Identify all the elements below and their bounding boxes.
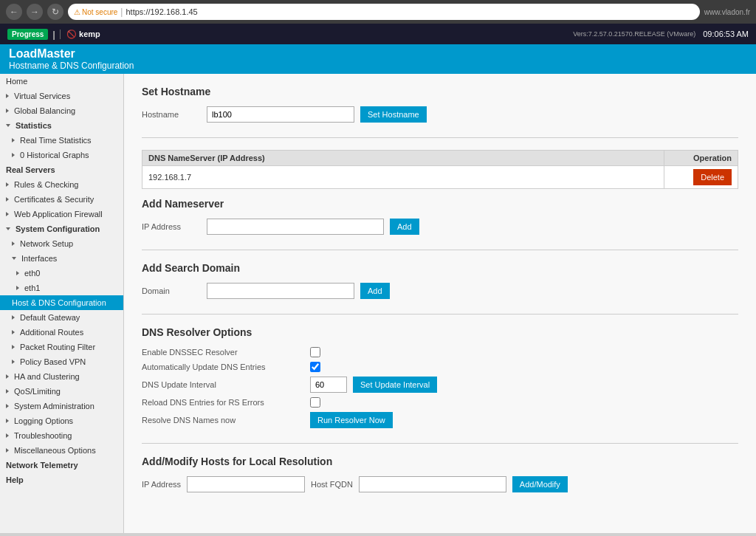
sidebar-item-historical-graphs[interactable]: 0 Historical Graphs — [0, 148, 123, 162]
kemp-brand: 🚫 kemp — [60, 30, 100, 39]
add-nameserver-title: Add Nameserver — [142, 198, 738, 210]
add-domain-button[interactable]: Add — [360, 283, 390, 299]
arrow-icon — [6, 197, 9, 202]
domain-label: Domain — [142, 286, 201, 295]
arrow-icon — [6, 124, 10, 127]
sidebar-item-home[interactable]: Home — [0, 74, 123, 89]
forward-button[interactable]: → — [27, 4, 43, 20]
brand-area: Progress | 🚫 kemp — [7, 29, 100, 40]
sidebar-item-real-servers[interactable]: Real Servers — [0, 162, 123, 177]
security-indicator: ⚠ Not secure — [74, 8, 117, 16]
enable-dnssec-row: Enable DNSSEC Resolver — [142, 347, 738, 357]
arrow-icon — [12, 330, 15, 334]
sidebar-item-interfaces[interactable]: Interfaces — [0, 251, 123, 266]
arrow-icon — [12, 138, 15, 142]
sidebar-item-system-configuration[interactable]: System Configuration — [0, 221, 123, 236]
sidebar-item-ha-clustering[interactable]: HA and Clustering — [0, 369, 123, 384]
sidebar-item-virtual-services[interactable]: Virtual Services — [0, 89, 123, 103]
sidebar-item-additional-routes[interactable]: Additional Routes — [0, 325, 123, 340]
arrow-icon — [16, 286, 19, 290]
hosts-ip-input[interactable] — [187, 476, 305, 492]
sidebar-item-system-administration[interactable]: System Administration — [0, 399, 123, 413]
sidebar-item-rules-checking[interactable]: Rules & Checking — [0, 177, 123, 192]
dns-resolver-section: DNS Resolver Options Enable DNSSEC Resol… — [142, 326, 738, 428]
sidebar-item-statistics[interactable]: Statistics — [0, 118, 123, 133]
divider-3 — [142, 314, 738, 315]
reload-dns-checkbox[interactable] — [310, 397, 320, 408]
dns-nameserver-section: DNS NameServer (IP Address) Operation 19… — [142, 150, 738, 235]
sidebar-item-network-setup[interactable]: Network Setup — [0, 236, 123, 251]
run-resolver-button[interactable]: Run Resolver Now — [310, 412, 393, 428]
hostname-input[interactable] — [207, 106, 354, 123]
set-hostname-button[interactable]: Set Hostname — [360, 106, 427, 123]
divider-1 — [142, 137, 738, 138]
sidebar-item-global-balancing[interactable]: Global Balancing — [0, 103, 123, 118]
add-search-domain-title: Add Search Domain — [142, 262, 738, 274]
search-domain-row: Domain Add — [142, 283, 738, 299]
dns-ip-cell: 192.168.1.7 — [142, 166, 664, 189]
host-fqdn-input[interactable] — [359, 476, 506, 492]
arrow-icon — [6, 374, 9, 379]
brand-logo: Progress | 🚫 kemp — [7, 29, 100, 40]
search-domain-input[interactable] — [207, 283, 354, 299]
add-nameserver-button[interactable]: Add — [390, 219, 419, 235]
sidebar-item-real-time-statistics[interactable]: Real Time Statistics — [0, 133, 123, 148]
add-hosts-section: Add/Modify Hosts for Local Resolution IP… — [142, 456, 738, 492]
sidebar-item-policy-based-vpn[interactable]: Policy Based VPN — [0, 354, 123, 369]
sidebar-item-logging-options[interactable]: Logging Options — [0, 413, 123, 428]
operation-col-header: Operation — [664, 151, 738, 166]
arrow-icon — [12, 241, 15, 246]
warning-icon: ⚠ — [74, 8, 80, 16]
add-modify-button[interactable]: Add/Modify — [512, 476, 568, 492]
reload-dns-row: Reload DNS Entries for RS Errors — [142, 397, 738, 408]
top-banner: Progress | 🚫 kemp Vers:7.2.57.0.21570.RE… — [0, 24, 756, 44]
top-right-info: Vers:7.2.57.0.21570.RELEASE (VMware) 09:… — [573, 30, 749, 38]
resolve-dns-row: Resolve DNS Names now Run Resolver Now — [142, 412, 738, 428]
add-hosts-title: Add/Modify Hosts for Local Resolution — [142, 456, 738, 467]
resolve-dns-label: Resolve DNS Names now — [142, 416, 304, 425]
set-hostname-title: Set Hostname — [142, 86, 738, 97]
browser-chrome: ← → ↻ ⚠ Not secure | https://192.168.1.4… — [0, 0, 756, 24]
progress-brand: Progress — [7, 29, 48, 40]
set-update-interval-button[interactable]: Set Update Interval — [353, 377, 437, 393]
set-hostname-section: Set Hostname Hostname Set Hostname — [142, 86, 738, 123]
sidebar-item-troubleshooting[interactable]: Troubleshooting — [0, 428, 123, 443]
sidebar-item-network-telemetry[interactable]: Network Telemetry — [0, 458, 123, 473]
arrow-icon — [6, 389, 9, 394]
enable-dnssec-checkbox[interactable] — [310, 347, 320, 357]
sidebar-item-packet-routing[interactable]: Packet Routing Filter — [0, 340, 123, 354]
sidebar-item-certificates-security[interactable]: Certificates & Security — [0, 192, 123, 207]
dns-update-interval-input[interactable] — [310, 377, 347, 393]
add-nameserver-row: IP Address Add — [142, 219, 738, 235]
sidebar-item-web-application-firewall[interactable]: Web Application Firewall — [0, 207, 123, 221]
sidebar-item-help[interactable]: Help — [0, 473, 123, 487]
auto-update-dns-checkbox[interactable] — [310, 362, 320, 372]
main-content: Set Hostname Hostname Set Hostname DNS N… — [124, 74, 756, 533]
add-hosts-row: IP Address Host FQDN Add/Modify — [142, 476, 738, 492]
search-domain-section: Add Search Domain Domain Add — [142, 262, 738, 299]
refresh-button[interactable]: ↻ — [47, 4, 63, 20]
delete-button[interactable]: Delete — [693, 169, 732, 185]
arrow-icon — [6, 433, 9, 438]
divider-4 — [142, 443, 738, 444]
arrow-icon — [6, 94, 9, 98]
arrow-icon — [12, 315, 15, 320]
sidebar-item-miscellaneous-options[interactable]: Miscellaneous Options — [0, 443, 123, 458]
arrow-icon — [6, 212, 9, 216]
divider-2 — [142, 250, 738, 250]
dns-update-interval-row: DNS Update Interval Set Update Interval — [142, 377, 738, 393]
reload-dns-label: Reload DNS Entries for RS Errors — [142, 398, 304, 407]
watermark: www.vladon.fr — [704, 8, 750, 16]
sidebar-item-qos-limiting[interactable]: QoS/Limiting — [0, 384, 123, 399]
sidebar-item-host-dns[interactable]: Host & DNS Configuration — [0, 295, 123, 310]
sidebar-item-default-gateway[interactable]: Default Gateway — [0, 310, 123, 325]
add-nameserver-subsection: Add Nameserver IP Address Add — [142, 198, 738, 235]
arrow-icon — [12, 153, 15, 157]
sidebar-item-eth1[interactable]: eth1 — [0, 281, 123, 295]
address-bar[interactable]: ⚠ Not secure | https://192.168.1.45 — [68, 4, 700, 20]
ip-address-label-1: IP Address — [142, 222, 201, 231]
hostname-label: Hostname — [142, 110, 201, 119]
nameserver-ip-input[interactable] — [207, 219, 384, 235]
sidebar-item-eth0[interactable]: eth0 — [0, 266, 123, 281]
back-button[interactable]: ← — [6, 4, 22, 20]
